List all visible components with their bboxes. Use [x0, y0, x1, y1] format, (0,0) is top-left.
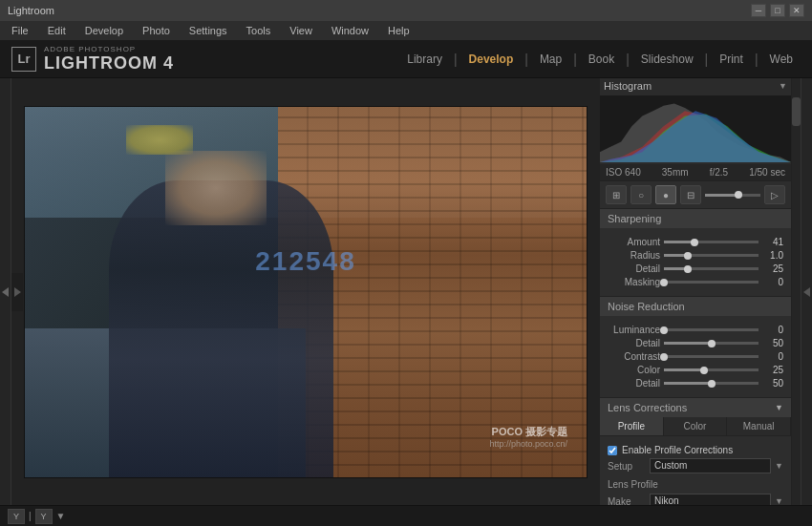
exif-shutter: 1/50 sec — [749, 167, 785, 178]
menu-develop[interactable]: Develop — [81, 25, 127, 36]
sharpening-detail-label: Detail — [608, 263, 660, 274]
nr-detail-row: Detail 50 — [608, 338, 783, 348]
nr-contrast-label: Contrast — [608, 351, 660, 362]
enable-profile-checkbox[interactable] — [608, 446, 617, 455]
exif-iso: ISO 640 — [606, 167, 641, 178]
sharpening-section: Sharpening Amount 41 Radius — [600, 209, 791, 297]
menu-view[interactable]: View — [286, 25, 316, 36]
lens-tab-color[interactable]: Color — [664, 417, 728, 435]
menu-tools[interactable]: Tools — [243, 25, 275, 36]
filmstrip-dropdown-icon[interactable]: ▼ — [56, 511, 66, 521]
enable-profile-row: Enable Profile Corrections — [608, 445, 783, 455]
tool-slider[interactable] — [705, 194, 760, 197]
lens-profile-content: Enable Profile Corrections Setup Custom … — [600, 436, 791, 505]
sharpening-header[interactable]: Sharpening — [600, 209, 791, 228]
sharpening-radius-slider[interactable] — [664, 254, 759, 257]
nav-slideshow[interactable]: Slideshow — [631, 49, 703, 70]
nav-map[interactable]: Map — [530, 49, 571, 70]
content-area: 212548 POCO 摄影专题 http://photo.poco.cn/ — [0, 78, 812, 505]
nr-detail-thumb — [708, 340, 716, 347]
right-scrollbar[interactable] — [791, 78, 801, 505]
nav-book[interactable]: Book — [579, 49, 624, 70]
nav-print[interactable]: Print — [710, 49, 753, 70]
tool-grid[interactable]: ⊞ — [606, 185, 627, 204]
sharpening-label: Sharpening — [608, 213, 661, 224]
tool-minus[interactable]: ⊟ — [680, 185, 701, 204]
menu-edit[interactable]: Edit — [44, 25, 70, 36]
nav-web[interactable]: Web — [760, 49, 802, 70]
histogram-svg — [600, 95, 791, 162]
nr-color-value: 25 — [762, 365, 783, 375]
right-panel: Histogram ▼ — [600, 78, 791, 505]
sharpening-amount-slider[interactable] — [664, 241, 759, 243]
nr-color-fill — [664, 368, 704, 371]
sharpening-radius-value: 1.0 — [762, 250, 783, 261]
nr-luminance-row: Luminance 0 — [608, 325, 783, 335]
maximize-button[interactable]: □ — [770, 4, 785, 17]
nr-color-slider[interactable] — [664, 368, 759, 371]
tool-row: ⊞ ○ ● ⊟ ▷ — [600, 181, 791, 209]
tool-arrow[interactable]: ▷ — [764, 185, 785, 204]
menu-window[interactable]: Window — [328, 25, 373, 36]
nr-color-row: Color 25 — [608, 365, 783, 375]
left-panel-toggle[interactable] — [0, 78, 11, 505]
right-panel-toggle[interactable] — [801, 78, 812, 505]
nr-detail-label: Detail — [608, 338, 660, 348]
histogram-label: Histogram — [604, 80, 652, 92]
flowers-hint — [126, 125, 194, 155]
photo-frame: 212548 POCO 摄影专题 http://photo.poco.cn/ — [24, 106, 588, 478]
nr-contrast-thumb — [660, 353, 668, 361]
make-dropdown-icon[interactable]: ▼ — [775, 496, 783, 505]
make-label: Make — [608, 496, 646, 506]
menu-photo[interactable]: Photo — [139, 25, 174, 36]
nr-contrast-slider[interactable] — [664, 355, 759, 358]
make-value[interactable]: Nikon — [650, 494, 771, 505]
nav-develop[interactable]: Develop — [459, 49, 524, 70]
sharpening-amount-label: Amount — [608, 237, 660, 247]
noise-reduction-header[interactable]: Noise Reduction — [600, 297, 791, 316]
tool-circle[interactable]: ○ — [630, 185, 652, 204]
histogram-section: Histogram ▼ — [600, 78, 791, 181]
filmstrip-btn2[interactable]: Y — [35, 509, 53, 524]
close-button[interactable]: ✕ — [789, 4, 804, 17]
tool-dot[interactable]: ● — [655, 185, 676, 204]
sharpening-masking-slider[interactable] — [664, 281, 759, 284]
nr-luminance-label: Luminance — [608, 325, 660, 335]
header: Lr ADOBE PHOTOSHOP LIGHTROOM 4 Library |… — [0, 40, 812, 78]
menu-file[interactable]: File — [8, 25, 32, 36]
photo-image: 212548 POCO 摄影专题 http://photo.poco.cn/ — [25, 107, 587, 477]
scrollbar-thumb[interactable] — [792, 97, 801, 126]
minimize-button[interactable]: ─ — [751, 4, 766, 17]
sharpening-radius-label: Radius — [608, 250, 660, 261]
lightroom-title: LIGHTROOM 4 — [44, 53, 174, 74]
logo-text-area: ADOBE PHOTOSHOP LIGHTROOM 4 — [44, 45, 174, 74]
tool-slider-thumb — [735, 191, 742, 199]
histogram-expand-icon[interactable]: ▼ — [779, 81, 787, 91]
nr-detail2-slider[interactable] — [664, 382, 759, 385]
nr-contrast-value: 0 — [762, 351, 783, 362]
sharpening-amount-value: 41 — [762, 237, 783, 247]
nav-library[interactable]: Library — [397, 49, 452, 70]
nr-detail-slider[interactable] — [664, 342, 759, 345]
menu-settings[interactable]: Settings — [185, 25, 231, 36]
exif-aperture: f/2.5 — [710, 167, 728, 178]
lens-tab-manual[interactable]: Manual — [727, 417, 791, 435]
lens-corrections-header[interactable]: Lens Corrections ▼ — [600, 398, 791, 417]
sharpening-amount-thumb — [691, 239, 698, 246]
top-nav: Library | Develop | Map | Book | Slidesh… — [397, 49, 802, 70]
photo-left-arrow[interactable] — [11, 273, 23, 311]
lens-tab-profile[interactable]: Profile — [600, 417, 664, 435]
setup-dropdown-icon[interactable]: ▼ — [775, 461, 783, 471]
menu-help[interactable]: Help — [384, 25, 414, 36]
sharpening-masking-value: 0 — [762, 277, 783, 287]
subject-layer — [109, 180, 333, 476]
sharpening-detail-slider[interactable] — [664, 267, 759, 270]
nr-detail2-label: Detail — [608, 378, 660, 389]
nr-luminance-slider[interactable] — [664, 328, 759, 331]
sharpening-radius-thumb — [684, 252, 692, 260]
filmstrip-btn[interactable]: Y — [8, 509, 25, 524]
setup-value: Custom — [650, 458, 771, 473]
nr-luminance-value: 0 — [762, 325, 783, 335]
sharpening-masking-thumb — [660, 279, 668, 286]
face-highlight — [165, 151, 267, 225]
